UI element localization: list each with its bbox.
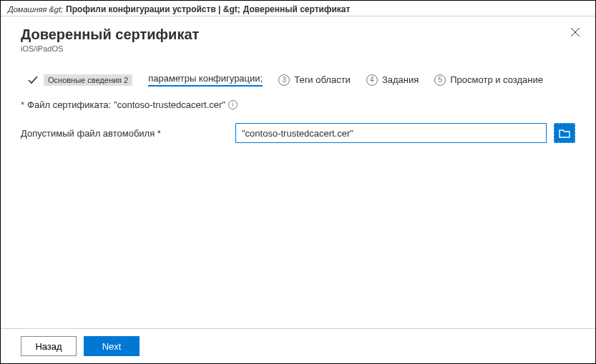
step-basics-label: Основные сведения 2 — [44, 74, 132, 86]
form-area: * Файл сертификата: "contoso-trustedcace… — [1, 94, 595, 150]
page-title: Доверенный сертификат — [21, 26, 575, 43]
certificate-file-input[interactable] — [235, 123, 547, 143]
wizard-stepper: Основные сведения 2 параметры конфигурац… — [1, 57, 595, 94]
browse-button[interactable] — [554, 123, 575, 143]
step-assignments[interactable]: 4 Задания — [366, 74, 419, 86]
wizard-footer: Назад Next — [1, 328, 595, 363]
breadcrumb-current: Доверенный сертификат — [243, 4, 351, 14]
check-icon — [26, 74, 39, 87]
step-number-icon: 5 — [434, 74, 446, 86]
page-header: Доверенный сертификат iOS/iPadOS — [1, 16, 595, 57]
step-assignments-label: Задания — [382, 74, 419, 85]
required-indicator: * — [21, 99, 24, 110]
certificate-file-label: * Файл сертификата: "contoso-trustedcace… — [21, 99, 575, 110]
step-scope-tags-label: Теги области — [294, 74, 351, 85]
step-config[interactable]: параметры конфигурации; — [148, 73, 263, 87]
back-button[interactable]: Назад — [21, 336, 77, 356]
file-field-label: Допустимый файл автомобиля * — [21, 128, 228, 139]
breadcrumb-home[interactable]: Домашняя &gt; — [8, 5, 63, 14]
info-icon[interactable]: i — [228, 100, 238, 109]
cert-label-text: Файл сертификата: — [27, 99, 111, 110]
breadcrumb-profiles[interactable]: Профили конфигурации устройств | &gt; — [66, 4, 240, 14]
close-icon — [570, 26, 581, 38]
next-button[interactable]: Next — [84, 336, 140, 356]
step-number-icon: 4 — [366, 74, 378, 86]
step-review-label: Просмотр и создание — [450, 74, 543, 85]
close-button[interactable] — [570, 26, 582, 39]
page-subtitle: iOS/iPadOS — [21, 44, 575, 53]
breadcrumb: Домашняя &gt; Профили конфигурации устро… — [1, 1, 595, 16]
step-basics[interactable]: Основные сведения 2 — [26, 74, 132, 87]
cert-filename: "contoso-trustedcacert.cer" — [114, 99, 225, 110]
step-review[interactable]: 5 Просмотр и создание — [434, 74, 543, 86]
folder-icon — [559, 128, 570, 138]
step-scope-tags[interactable]: 3 Теги области — [278, 74, 351, 86]
file-field-row: Допустимый файл автомобиля * — [21, 123, 575, 143]
step-number-icon: 3 — [278, 74, 290, 86]
step-config-label: параметры конфигурации; — [148, 73, 263, 84]
